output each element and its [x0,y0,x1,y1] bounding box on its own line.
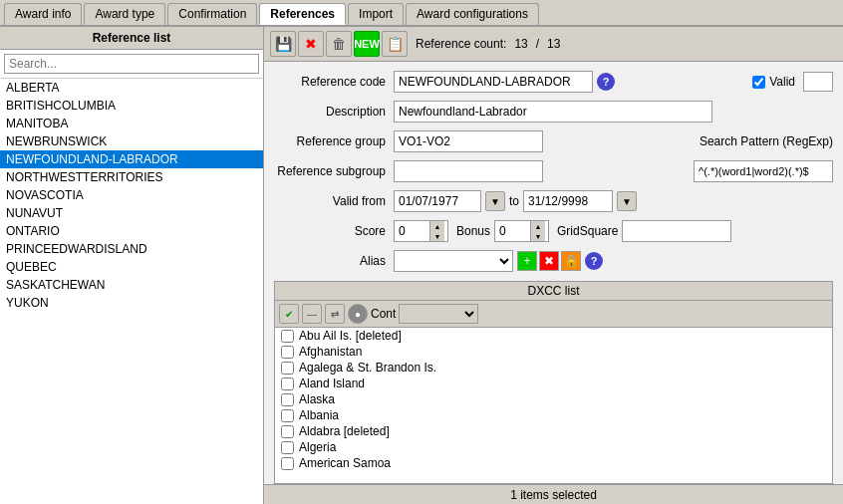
reference-code-label: Reference code [274,75,394,89]
dxcc-checkbox[interactable] [281,441,294,454]
dxcc-toggle-btn[interactable]: ⇄ [325,304,345,324]
regexp-input[interactable] [694,160,833,182]
dxcc-checkbox[interactable] [281,362,294,375]
gridsquare-input[interactable] [622,220,731,242]
dxcc-checkbox[interactable] [281,457,294,470]
score-decrement-btn[interactable]: ▼ [430,231,444,241]
list-item[interactable]: NUNAVUT [0,204,263,222]
alias-select[interactable] [394,250,513,272]
alias-btns: + ✖ 🔒 [517,251,581,271]
gridsquare-label: GridSquare [557,224,618,238]
list-item: Albania [275,407,832,423]
alias-row: Alias + ✖ 🔒 ? [274,249,833,273]
dxcc-list: Abu Ail Is. [deleted]AfghanistanAgalega … [275,328,832,483]
search-input[interactable] [4,54,259,74]
copy-button[interactable]: 📋 [382,31,408,57]
dxcc-checkbox[interactable] [281,378,294,390]
list-item[interactable]: ONTARIO [0,222,263,240]
date-from-picker-btn[interactable]: ▼ [485,191,505,211]
score-spinner: ▲ ▼ [394,220,448,242]
list-item: Afghanistan [275,344,832,360]
toolbar: 💾 ✖ 🗑 NEW 📋 Reference count: 13 / 13 [264,27,843,62]
alias-lock-btn[interactable]: 🔒 [561,251,581,271]
bonus-decrement-btn[interactable]: ▼ [531,231,545,241]
list-item[interactable]: YUKON [0,294,263,312]
valid-to-input[interactable] [523,190,613,212]
save-button[interactable]: 💾 [270,31,296,57]
reference-code-input[interactable] [394,71,593,93]
list-item[interactable]: NOVASCOTIA [0,186,263,204]
reference-count-current: 13 [514,37,527,51]
reference-code-help-icon[interactable]: ? [597,73,615,91]
dxcc-header: DXCC list [275,282,832,301]
tab-award-type[interactable]: Award type [84,3,165,25]
reference-count-label: Reference count: [416,37,506,51]
valid-checkbox[interactable] [752,76,765,89]
list-item[interactable]: NEWBRUNSWICK [0,132,263,150]
right-panel: 💾 ✖ 🗑 NEW 📋 Reference count: 13 / 13 Ref… [264,27,843,504]
reference-list: ALBERTABRITISHCOLUMBIAMANITOBANEWBRUNSWI… [0,79,263,504]
bonus-increment-btn[interactable]: ▲ [531,221,545,231]
valid-from-input[interactable] [394,190,481,212]
dxcc-item-label: Abu Ail Is. [deleted] [299,329,402,343]
dxcc-uncheck-btn[interactable]: — [302,304,322,324]
valid-from-label: Valid from [274,194,394,208]
list-item[interactable]: NEWFOUNDLAND-LABRADOR [0,150,263,168]
bonus-label: Bonus [456,224,490,238]
regexp-col [694,160,833,182]
date-to-picker-btn[interactable]: ▼ [617,191,637,211]
reference-group-input[interactable] [394,130,543,152]
alias-remove-btn[interactable]: ✖ [539,251,559,271]
dxcc-checkbox[interactable] [281,330,294,343]
reference-subgroup-input[interactable] [394,160,543,182]
dxcc-checkbox[interactable] [281,393,294,406]
dxcc-item-label: Aland Island [299,377,365,390]
cont-label: Cont [371,307,396,321]
main-content: Reference list ALBERTABRITISHCOLUMBIAMAN… [0,27,843,504]
score-increment-btn[interactable]: ▲ [430,221,444,231]
search-pattern-label: Search Pattern (RegExp) [700,134,833,148]
list-item: Algeria [275,439,832,455]
list-item[interactable]: SASKATCHEWAN [0,276,263,294]
new-button[interactable]: NEW [354,31,380,57]
score-input[interactable] [395,222,429,240]
dxcc-section: DXCC list ✔ — ⇄ ● Cont Abu Ail Is. [dele… [274,281,833,484]
list-item[interactable]: NORTHWESTTERRITORIES [0,168,263,186]
tab-references[interactable]: References [259,3,346,25]
reference-group-label: Reference group [274,134,394,148]
dxcc-item-label: Alaska [299,392,335,406]
date-row: ▼ to ▼ [394,190,637,212]
bonus-input[interactable] [495,222,530,240]
tab-award-info[interactable]: Award info [4,3,82,25]
list-item[interactable]: QUEBEC [0,258,263,276]
list-item[interactable]: BRITISHCOLUMBIA [0,97,263,115]
list-item[interactable]: ALBERTA [0,79,263,97]
tab-confirmation[interactable]: Confirmation [167,3,257,25]
tab-import[interactable]: Import [348,3,404,25]
dxcc-check-all-btn[interactable]: ✔ [279,304,299,324]
description-input[interactable] [394,101,712,123]
list-item: American Samoa [275,455,832,471]
cancel-button[interactable]: ✖ [298,31,324,57]
delete-button[interactable]: 🗑 [326,31,352,57]
dxcc-checkbox[interactable] [281,409,294,422]
alias-help-icon[interactable]: ? [585,252,603,270]
score-spinner-btns: ▲ ▼ [429,221,444,241]
cont-select[interactable] [399,304,478,324]
dxcc-checkbox[interactable] [281,425,294,438]
valid-label: Valid [769,75,795,89]
list-item[interactable]: PRINCEEDWARDISLAND [0,240,263,258]
search-box [0,50,263,79]
dxcc-filter-btn[interactable]: ● [348,304,368,324]
alias-add-btn[interactable]: + [517,251,537,271]
dxcc-checkbox[interactable] [281,346,294,359]
alias-label: Alias [274,254,394,268]
list-item[interactable]: MANITOBA [0,115,263,132]
reference-list-header: Reference list [0,27,263,50]
dxcc-item-label: Agalega & St. Brandon Is. [299,361,436,375]
score-label: Score [274,224,394,238]
form-area: Reference code ? Valid Description Refer… [264,62,843,281]
tab-award-configurations[interactable]: Award configurations [406,3,539,25]
search-pattern-col: Search Pattern (RegExp) [700,134,833,148]
list-item: Agalega & St. Brandon Is. [275,360,832,376]
